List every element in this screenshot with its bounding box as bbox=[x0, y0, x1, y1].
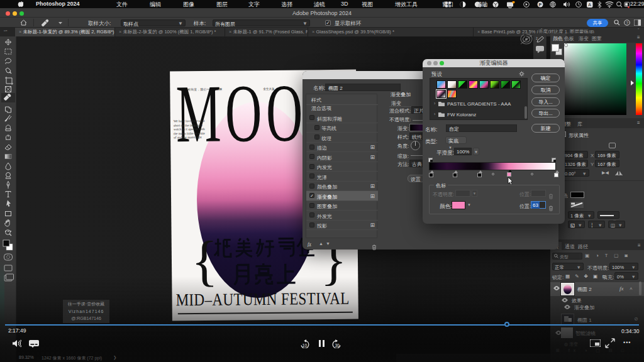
svg-text:A: A bbox=[588, 3, 591, 7]
svg-text:6: 6 bbox=[484, 2, 487, 8]
svg-text:P: P bbox=[539, 3, 542, 7]
svg-text:?: ? bbox=[626, 21, 628, 25]
svg-text:30: 30 bbox=[335, 343, 340, 348]
svg-text:10: 10 bbox=[303, 343, 308, 348]
svg-text:2: 2 bbox=[536, 36, 538, 40]
